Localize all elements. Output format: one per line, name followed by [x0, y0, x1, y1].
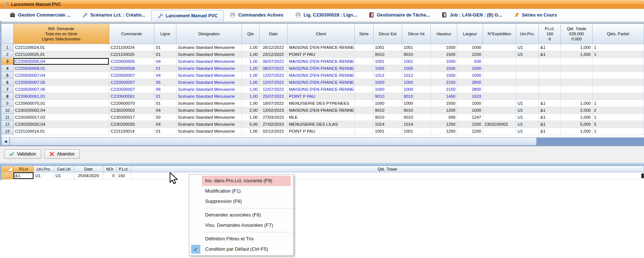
grid-cell-date[interactable]: 08/07/2022	[260, 65, 287, 72]
grid-cell-qte[interactable]: 1,00	[242, 86, 260, 93]
grid-cell-p_lct[interactable]: &1	[539, 114, 561, 121]
grid-cell-qtes_partiel[interactable]	[593, 86, 644, 93]
column-header[interactable]: Désignation	[176, 24, 242, 44]
grid-cell-largeur[interactable]: 1247	[457, 114, 483, 121]
grid-cell-ligne[interactable]: 01	[154, 51, 176, 58]
grid-cell-uni_pro[interactable]: U1	[516, 121, 539, 128]
grid-cell-ligne[interactable]: 03	[154, 114, 176, 121]
grid-cell-decor_ext[interactable]: 9010	[373, 107, 402, 114]
grid-cell-n_expedition[interactable]: 2303100002	[483, 121, 516, 128]
grid-cell-largeur[interactable]: 2800	[457, 79, 483, 86]
grid-cell-n_expedition[interactable]	[483, 128, 516, 135]
column-header[interactable]: Qte	[242, 24, 260, 44]
menu-item-demandes-associ-es-f8[interactable]: Demandes associées (F8)	[189, 210, 293, 220]
grid-cell-qte[interactable]: 1,00	[242, 65, 260, 72]
grid-cell-uni_pro[interactable]	[516, 86, 539, 93]
tab-gestion-commerciale[interactable]: Gestion Commerciale ...	[4, 9, 76, 21]
grid-cell-qte_totale[interactable]: 2,000	[561, 107, 593, 114]
scrollbar-thumb[interactable]	[10, 137, 537, 146]
column-header[interactable]: Qtés. Partiel	[593, 24, 644, 44]
grid-cell-date[interactable]: 12/07/2022	[260, 86, 287, 93]
grid-cell-commande[interactable]: C230200030	[109, 121, 154, 128]
grid-cell-qte_totale[interactable]	[561, 58, 593, 65]
grid-cell-ligne[interactable]: 01	[154, 128, 176, 135]
grid-cell-largeur[interactable]: 1623	[457, 93, 483, 100]
grid-cell-qtes_partiel[interactable]	[593, 79, 644, 86]
grid-cell-designation[interactable]: Scénario Standard Menuiserie	[176, 65, 242, 72]
column-header[interactable]: Qté. Totale	[131, 166, 644, 172]
grid-cell-ref[interactable]: C220500007,06	[14, 86, 109, 93]
grid-cell-client[interactable]: POINT P PAU	[287, 51, 355, 58]
grid-cell-ligne[interactable]: 04	[154, 107, 176, 114]
grid-cell-decor_int[interactable]: 9010	[402, 107, 431, 114]
grid-cell-p_lct2[interactable]: 160	[117, 172, 131, 179]
grid-cell-designation[interactable]: Scénario Standard Menuiserie	[176, 58, 242, 65]
column-header[interactable]: NOr	[103, 166, 117, 172]
grid-cell-uni_pro[interactable]: U1	[516, 51, 539, 58]
grid-cell-ref[interactable]: C220500007,04	[14, 72, 109, 79]
grid-cell-hauteur[interactable]: 1450	[431, 93, 457, 100]
grid-cell-hauteur[interactable]: 2150	[431, 86, 457, 93]
grid-cell-designation[interactable]: Scénario Standard Menuiserie	[176, 79, 242, 86]
tab-commandes-actives[interactable]: Commandes Actives	[224, 9, 289, 21]
grid-cell-ligne[interactable]: 04	[154, 58, 176, 65]
column-header[interactable]: Date	[74, 166, 103, 172]
grid-cell-hauteur[interactable]: 1250	[431, 128, 457, 135]
grid-cell-p_lct[interactable]: &1	[539, 128, 561, 135]
grid-cell-decor_int[interactable]: 9010	[402, 93, 431, 100]
grid-cell-decor_int[interactable]: 1000	[402, 100, 431, 107]
grid-cell-uni_pro[interactable]: U1	[516, 107, 539, 114]
row-header[interactable]: 5	[1, 72, 14, 79]
grid-cell-n_expedition[interactable]	[483, 79, 516, 86]
grid-cell-date[interactable]: 25/04/2020	[74, 172, 103, 179]
column-header[interactable]: Décor Ext	[373, 24, 402, 44]
grid-cell-decor_int[interactable]: 1000	[402, 86, 431, 93]
grid-cell-p_lct[interactable]	[539, 93, 561, 100]
grid-cell-qte_totale[interactable]: 5,000	[561, 121, 593, 128]
grid-cell-hauteur[interactable]: 2150	[431, 79, 457, 86]
grid-cell-commande[interactable]: C221100014	[109, 128, 154, 135]
grid-cell-hauteur[interactable]: 999	[431, 114, 457, 121]
grid-cell-p_lct[interactable]	[539, 72, 561, 79]
grid-cell-decor_ext[interactable]: 1001	[373, 44, 402, 51]
grid-cell-n_expedition[interactable]	[483, 51, 516, 58]
grid-cell-p_lct[interactable]: &1	[539, 44, 561, 51]
grid-cell-commande[interactable]: C220600008	[109, 65, 154, 72]
grid-cell-cad_uti[interactable]: U1	[54, 172, 74, 179]
grid-cell-hauteur[interactable]: 1000	[431, 58, 457, 65]
grid-cell-qte[interactable]: 1,00	[242, 128, 260, 135]
grid-cell-ligne[interactable]: 01	[154, 44, 176, 51]
menu-item-condition-par-d-faut-ctrl-f5[interactable]: Condition par Défaut (Ctrl-F5)	[189, 244, 293, 254]
row-header[interactable]: 7	[1, 86, 14, 93]
grid-cell-decor_ext[interactable]: 1000	[373, 100, 402, 107]
column-header[interactable]: Client	[287, 24, 355, 44]
grid-cell-hauteur[interactable]: 1200	[431, 107, 457, 114]
grid-cell-client[interactable]: MAISONS D'EN FRANCE RENNES	[287, 107, 355, 114]
grid-cell-largeur[interactable]: 1200	[457, 121, 483, 128]
grid-cell-ref[interactable]: C230200030,04	[14, 121, 109, 128]
grid-cell-client[interactable]: POINT P PAU	[287, 93, 355, 100]
grid-cell-commande[interactable]: C220500007	[109, 72, 154, 79]
grid-cell-largeur[interactable]: 1000	[457, 72, 483, 79]
grid-cell-uni_pro[interactable]	[516, 65, 539, 72]
grid-cell-qte[interactable]: 1,00	[242, 93, 260, 100]
menu-item-d-finition-filtres-et-tris[interactable]: Définition Filtres et Tris	[189, 234, 293, 244]
grid-cell-serie[interactable]	[355, 72, 373, 79]
grid-cell-serie[interactable]	[355, 58, 373, 65]
grid-cell-date[interactable]: 12/07/2022	[260, 79, 287, 86]
grid-cell-client[interactable]: MAISONS D'EN FRANCE RENNES	[287, 86, 355, 93]
grid-cell-client[interactable]: MENUISERIE DES LILAS	[287, 121, 355, 128]
row-header[interactable]: 9	[1, 100, 14, 107]
scroll-left-arrow-icon[interactable]: ◀	[1, 137, 10, 146]
grid-cell-designation[interactable]: Scénario Standard Menuiserie	[176, 114, 242, 121]
grid-cell-date[interactable]: 25/07/2022	[260, 93, 287, 100]
grid-cell-designation[interactable]: Scénario Standard Menuiserie	[176, 100, 242, 107]
column-header[interactable]: Décor Int	[402, 24, 431, 44]
grid-cell-ref[interactable]: C220600005,04	[14, 58, 109, 65]
column-header[interactable]: P.Lct	[14, 166, 34, 172]
grid-cell-decor_int[interactable]: 1000	[402, 79, 431, 86]
grid-cell-hauteur[interactable]: 1500	[431, 65, 457, 72]
grid-cell-ligne[interactable]: 01	[154, 100, 176, 107]
grid-cell-qte_totale[interactable]	[561, 93, 593, 100]
column-header[interactable]: Uni.Pro.	[516, 24, 539, 44]
